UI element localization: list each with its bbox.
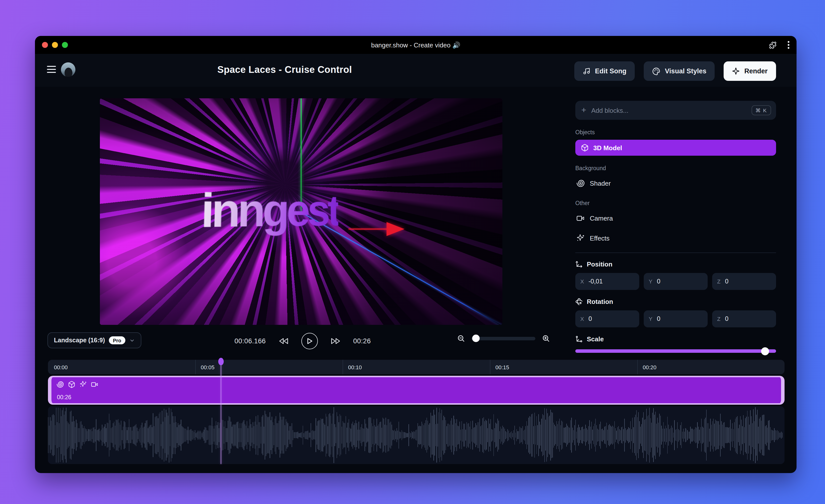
rotation-x-field[interactable]: X0 [575, 310, 639, 327]
position-icon [575, 260, 583, 268]
camera-icon [576, 214, 585, 222]
scale-slider[interactable] [575, 349, 776, 353]
divider [575, 252, 776, 253]
effects-icon [576, 234, 585, 242]
zoom-in-icon[interactable] [542, 334, 550, 342]
menu-icon[interactable] [47, 66, 56, 73]
titlebar: banger.show - Create video 🔊 [35, 36, 797, 54]
extensions-icon[interactable] [769, 41, 776, 49]
minimize-window-button[interactable] [52, 42, 58, 48]
plus-icon: + [581, 106, 586, 114]
page-title: Space Laces - Cruise Control [217, 64, 352, 75]
3d-model-icon [68, 381, 75, 388]
scale-slider-thumb[interactable] [761, 347, 769, 355]
scale-label: Scale [587, 335, 604, 343]
rotation-y-field[interactable]: Y0 [644, 310, 707, 327]
ruler-tick: 00:00 [48, 360, 195, 374]
render-button[interactable]: Render [724, 61, 776, 81]
effects-icon [79, 381, 87, 388]
position-label: Position [587, 260, 612, 268]
total-duration: 00:26 [353, 337, 371, 345]
pro-badge: Pro [109, 336, 125, 344]
desktop: banger.show - Create video 🔊 Space Laces… [0, 0, 825, 504]
fast-forward-icon[interactable] [330, 337, 340, 345]
visual-styles-button[interactable]: Visual Styles [644, 61, 715, 81]
music-note-icon [583, 67, 591, 75]
close-window-button[interactable] [42, 42, 48, 48]
block-camera[interactable]: Camera [575, 211, 776, 226]
ruler-tick: 00:20 [637, 360, 784, 374]
maximize-window-button[interactable] [62, 42, 68, 48]
current-time: 00:06.166 [234, 337, 266, 345]
rotation-fields: X0 Y0 Z0 [575, 310, 776, 327]
clip-block-icons [57, 381, 98, 388]
block-3d-model[interactable]: 3D Model [575, 140, 776, 156]
timeline: 00:00 00:05 00:10 00:15 00:20 00:26 [48, 360, 784, 464]
position-x-field[interactable]: X-0,01 [575, 273, 639, 290]
rotation-icon [575, 298, 583, 306]
video-preview[interactable]: inngest [100, 98, 502, 325]
shader-icon [57, 381, 64, 388]
video-clip[interactable]: 00:26 [48, 376, 784, 405]
properties-panel: + Add blocks... ⌘ K Objects 3D Model Bac… [575, 101, 776, 358]
add-blocks-input[interactable]: + Add blocks... ⌘ K [575, 101, 776, 120]
traffic-lights [42, 42, 68, 48]
window-title: banger.show - Create video 🔊 [371, 41, 460, 49]
position-z-field[interactable]: Z0 [712, 273, 776, 290]
timeline-ruler[interactable]: 00:00 00:05 00:10 00:15 00:20 [48, 360, 784, 374]
app-window: banger.show - Create video 🔊 Space Laces… [35, 36, 797, 473]
playhead-line [221, 363, 221, 464]
position-fields: X-0,01 Y0 Z0 [575, 273, 776, 290]
ruler-tick: 00:10 [343, 360, 490, 374]
app-header: Space Laces - Cruise Control Edit Song V… [35, 54, 797, 87]
camera-icon [91, 381, 98, 388]
section-other: Other [575, 200, 776, 206]
gizmo-x-arrowhead[interactable] [386, 222, 404, 236]
shader-icon [576, 179, 585, 187]
rotation-z-field[interactable]: Z0 [712, 310, 776, 327]
clip-duration: 00:26 [57, 394, 71, 400]
rotation-label: Rotation [587, 298, 613, 306]
section-objects: Objects [575, 129, 776, 135]
shortcut-badge: ⌘ K [751, 105, 771, 115]
scale-icon [575, 335, 583, 343]
browser-menu-icon[interactable] [788, 41, 790, 49]
zoom-slider-thumb[interactable] [472, 335, 480, 342]
edit-song-button[interactable]: Edit Song [575, 61, 635, 81]
position-y-field[interactable]: Y0 [644, 273, 707, 290]
sparkle-icon [732, 67, 740, 75]
zoom-out-icon[interactable] [457, 334, 465, 342]
3d-model-icon [581, 144, 589, 152]
gizmo-x-axis[interactable] [349, 229, 387, 230]
play-button[interactable] [301, 333, 318, 349]
block-effects[interactable]: Effects [575, 231, 776, 246]
section-background: Background [575, 165, 776, 171]
aspect-ratio-dropdown[interactable]: Landscape (16:9) Pro [48, 332, 141, 348]
3d-model-text[interactable]: inngest [200, 183, 339, 238]
transport-bar: Landscape (16:9) Pro 00:06.166 00:26 [35, 332, 564, 349]
ruler-tick: 00:15 [490, 360, 637, 374]
audio-waveform[interactable] [48, 406, 784, 464]
block-shader[interactable]: Shader [575, 176, 776, 191]
avatar[interactable] [61, 62, 75, 77]
chevron-down-icon [129, 338, 135, 343]
rewind-icon[interactable] [279, 337, 288, 345]
timeline-zoom-slider[interactable] [471, 337, 535, 340]
palette-icon [653, 67, 661, 75]
ruler-tick: 00:05 [195, 360, 343, 374]
